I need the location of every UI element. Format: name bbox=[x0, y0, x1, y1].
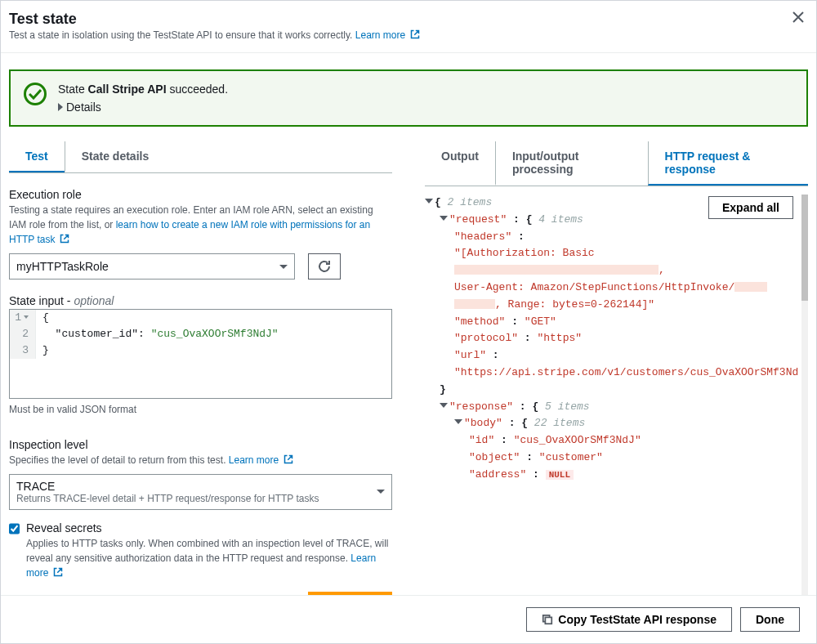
execution-role-select[interactable]: myHTTPTaskRole bbox=[9, 253, 295, 280]
inspection-level-select[interactable]: TRACE Returns TRACE-level detail + HTTP … bbox=[9, 474, 392, 510]
state-input-label: State input - optional bbox=[9, 294, 392, 307]
execution-role-help: Testing a state requires an execution ro… bbox=[9, 203, 392, 247]
modal-header: Test state Test a state in isolation usi… bbox=[1, 1, 816, 53]
copy-response-button[interactable]: Copy TestState API response bbox=[526, 607, 732, 632]
json-constraint: Must be in valid JSON format bbox=[9, 402, 392, 417]
caret-down-icon[interactable] bbox=[440, 216, 448, 221]
close-icon bbox=[792, 11, 805, 24]
modal-footer: Copy TestState API response Done bbox=[1, 595, 816, 643]
learn-more-link[interactable]: Learn more bbox=[355, 29, 420, 41]
fold-icon bbox=[24, 315, 29, 319]
inspection-level-section: Inspection level Specifies the level of … bbox=[9, 438, 392, 510]
close-button[interactable] bbox=[792, 9, 805, 28]
reveal-secrets-checkbox[interactable] bbox=[9, 523, 20, 534]
external-link-icon bbox=[283, 454, 293, 464]
left-panel: Test State details Execution role Testin… bbox=[9, 127, 392, 595]
tab-test[interactable]: Test bbox=[9, 141, 65, 172]
svg-rect-0 bbox=[546, 617, 552, 624]
details-toggle[interactable]: Details bbox=[58, 101, 793, 114]
execution-role-label: Execution role bbox=[9, 188, 392, 201]
json-viewer[interactable]: Expand all { 2 items "request" : { 4 ite… bbox=[425, 195, 798, 595]
tab-output[interactable]: Output bbox=[425, 141, 495, 186]
left-tabs: Test State details bbox=[9, 141, 392, 173]
caret-down-icon[interactable] bbox=[425, 199, 433, 203]
tab-io-processing[interactable]: Input/output processing bbox=[495, 141, 648, 186]
reveal-secrets-row: Reveal secrets Applies to HTTP tasks onl… bbox=[9, 521, 392, 580]
refresh-icon bbox=[317, 259, 332, 274]
expand-all-button[interactable]: Expand all bbox=[708, 196, 793, 219]
refresh-roles-button[interactable] bbox=[308, 253, 341, 280]
state-input-section: State input - optional 1 { 2 "customer_i… bbox=[9, 294, 392, 423]
copy-icon bbox=[542, 614, 553, 625]
external-link-icon bbox=[410, 29, 420, 39]
right-tabs: Output Input/output processing HTTP requ… bbox=[425, 141, 808, 186]
modal-title: Test state bbox=[9, 11, 800, 28]
done-button[interactable]: Done bbox=[740, 607, 800, 632]
state-input-editor[interactable]: 1 { 2 "customer_id": "cus_OvaXOOrSMf3NdJ… bbox=[9, 309, 392, 399]
alert-message: State Call Stripe API succeeded. bbox=[58, 83, 793, 96]
tab-state-details[interactable]: State details bbox=[65, 141, 165, 172]
test-state-modal: Test state Test a state in isolation usi… bbox=[0, 0, 817, 644]
reveal-secrets-help: Applies to HTTP tasks only. When combine… bbox=[26, 536, 392, 580]
reveal-secrets-label: Reveal secrets bbox=[26, 521, 392, 534]
caret-right-icon bbox=[58, 103, 63, 111]
success-icon bbox=[24, 83, 47, 105]
tab-http[interactable]: HTTP request & response bbox=[648, 141, 808, 186]
inspection-level-help: Specifies the level of detail to return … bbox=[9, 453, 392, 467]
scrollbar[interactable] bbox=[801, 195, 808, 595]
external-link-icon bbox=[53, 567, 63, 577]
external-link-icon bbox=[60, 234, 69, 244]
execution-role-section: Execution role Testing a state requires … bbox=[9, 188, 392, 280]
modal-subtitle: Test a state in isolation using the Test… bbox=[9, 29, 800, 41]
inspection-level-label: Inspection level bbox=[9, 438, 392, 451]
right-panel: Output Input/output processing HTTP requ… bbox=[425, 127, 808, 595]
caret-down-icon[interactable] bbox=[440, 403, 448, 408]
inspection-learn-more-link[interactable]: Learn more bbox=[229, 454, 293, 466]
caret-down-icon[interactable] bbox=[454, 419, 462, 424]
success-alert: State Call Stripe API succeeded. Details bbox=[9, 69, 808, 127]
